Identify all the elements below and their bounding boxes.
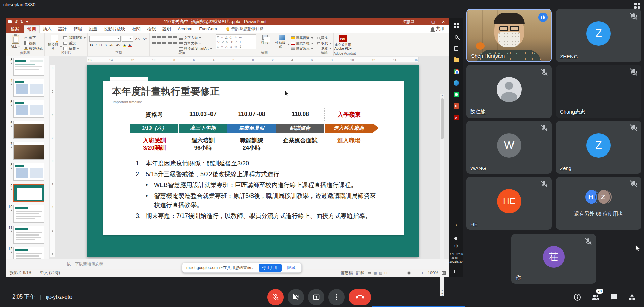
find-button[interactable]: 尋找 (317, 36, 331, 40)
acrobat-button[interactable]: A (449, 112, 463, 123)
grow-font-icon[interactable]: A˄ (134, 37, 140, 41)
font-color-button[interactable]: A (128, 43, 132, 47)
font-size-select[interactable] (122, 36, 133, 42)
paste-button[interactable]: 貼上 (7, 34, 23, 50)
action-center-button[interactable] (449, 269, 463, 275)
bold-button[interactable]: B (89, 43, 93, 47)
slide-thumbnail[interactable]: 10★ (8, 205, 49, 223)
zoom-out-icon[interactable]: − (391, 271, 393, 275)
slide-thumbnail[interactable]: 8★ (8, 163, 49, 181)
reading-view-icon[interactable]: ▤ (379, 271, 382, 275)
view-switcher[interactable]: ▭ ▦ ▤ ⊡ (368, 271, 387, 275)
comments-toggle[interactable]: 註解 (356, 270, 364, 276)
align-center-icon[interactable] (157, 40, 161, 44)
slide-canvas[interactable]: 本年度計畫執行重要修正 Important timeline 資格考110.03… (87, 65, 419, 257)
slide-thumbnail[interactable]: 5★ (8, 100, 49, 118)
align-text-button[interactable]: 對齊文字 (179, 41, 212, 45)
ribbon-tab[interactable]: 常用 (24, 25, 40, 33)
ppt-share-button[interactable]: 共用 (431, 25, 444, 33)
shrink-font-icon[interactable]: A˅ (142, 37, 148, 41)
ribbon-tab[interactable]: 投影片放映 (101, 25, 129, 33)
italic-button[interactable]: I (95, 43, 97, 47)
shape-fill-button[interactable]: 圖案填滿 (291, 36, 313, 40)
strikethrough-button[interactable]: S (104, 43, 107, 47)
columns-icon[interactable] (173, 40, 177, 44)
minimize-button[interactable]: — (418, 18, 428, 25)
zoom-slider[interactable] (397, 273, 417, 273)
layout-button[interactable]: 版面配置 (63, 36, 86, 40)
participant-tile-zeng[interactable]: Z Zeng (556, 121, 641, 174)
undo-icon[interactable]: ↺ (15, 20, 18, 24)
cut-button[interactable]: ✂剪下 (24, 36, 43, 40)
camera-button[interactable] (288, 289, 304, 305)
more-options-button[interactable] (328, 289, 345, 305)
ime-indicator[interactable]: 中 (449, 244, 463, 249)
fit-to-window-icon[interactable] (442, 271, 446, 275)
slide-thumbnail-panel[interactable]: 3★ 4★ 5★ 6★ 7★ 8★ (6, 56, 49, 269)
reset-button[interactable]: 重設 (63, 41, 86, 45)
close-button[interactable]: ✕ (438, 18, 448, 25)
chrome-button[interactable] (449, 66, 463, 77)
language-indicator[interactable]: 中文 (台灣) (40, 270, 60, 276)
activities-button[interactable] (628, 293, 637, 302)
decrease-indent-icon[interactable] (162, 36, 166, 39)
participant-tile-chang[interactable]: Chang志忠 (556, 65, 641, 118)
meeting-details-button[interactable] (573, 293, 582, 302)
ribbon-tab[interactable]: 校閱 (129, 25, 144, 33)
maximize-button[interactable]: ▢ (428, 18, 438, 25)
shape-outline-button[interactable]: 圖案外框 (291, 41, 313, 45)
underline-button[interactable]: U (99, 43, 103, 47)
ribbon-tab[interactable]: 設計 (55, 25, 70, 33)
participant-tile-shen[interactable]: Shen Huntsam (466, 9, 552, 62)
redo-icon[interactable]: ↻ (20, 20, 23, 24)
task-view-button[interactable] (449, 43, 463, 54)
ribbon-tab[interactable]: 說明 (159, 25, 175, 33)
ribbon-tab[interactable]: Acrobat (175, 25, 196, 33)
slide-thumbnail[interactable]: 3★ (8, 58, 49, 76)
bullets-icon[interactable] (152, 36, 156, 39)
slideshow-view-icon[interactable]: ⊡ (384, 271, 387, 275)
self-tile[interactable]: 茌 你 (511, 234, 596, 284)
mute-button[interactable] (267, 289, 284, 305)
normal-view-icon[interactable]: ▭ (368, 271, 371, 275)
align-left-icon[interactable] (152, 40, 156, 44)
participants-button[interactable]: 78 (591, 293, 600, 302)
ribbon-tab[interactable]: 檔案 (6, 25, 24, 33)
zoom-in-icon[interactable]: ＋ (420, 270, 424, 276)
taskbar-search[interactable] (449, 32, 463, 42)
save-icon[interactable] (8, 20, 12, 23)
quick-styles-button[interactable]: 快速樣式 (274, 34, 290, 50)
hidden-icons-chevron[interactable]: ‹ (449, 223, 463, 227)
participant-tile-more-users[interactable]: H Z 還有另外 69 位使用者 (556, 177, 641, 230)
edge-button[interactable] (449, 78, 463, 88)
slide-thumbnail[interactable]: 7★ (8, 142, 49, 160)
new-slide-button[interactable]: 新投影片 (46, 34, 62, 50)
slide-thumbnail[interactable]: 11★ (8, 226, 49, 244)
participant-tile-wang[interactable]: W WANG (466, 121, 552, 174)
participant-tile-zheng[interactable]: Z ZHENG (556, 9, 641, 62)
present-button[interactable] (308, 289, 324, 305)
tell-me-box[interactable]: 告訴我您想做什麼 (226, 25, 264, 33)
end-call-button[interactable] (349, 289, 371, 305)
participant-tile-chen[interactable]: 陳仁龍 (466, 65, 552, 118)
create-pdf-button[interactable]: PDF 建立並共用 Adobe PDF (335, 34, 351, 50)
grid-view-icon[interactable] (634, 3, 640, 9)
highlight-color-button[interactable]: A (123, 43, 126, 47)
copy-button[interactable]: 複製 (24, 41, 43, 45)
ribbon-tab[interactable]: 轉場 (70, 25, 85, 33)
volume-button[interactable] (449, 235, 463, 241)
ribbon-tab[interactable]: EverCam (196, 25, 220, 33)
font-name-select[interactable] (89, 36, 121, 42)
participant-tile-he[interactable]: HE HE (466, 177, 552, 230)
file-explorer-button[interactable] (449, 55, 463, 65)
line-spacing-icon[interactable] (173, 36, 177, 39)
align-right-icon[interactable] (162, 40, 166, 44)
scroll-up-icon[interactable]: ▲ (441, 94, 443, 96)
powerpoint-button[interactable]: P (449, 101, 463, 111)
sorter-view-icon[interactable]: ▦ (373, 271, 377, 275)
taskbar-clock[interactable]: 下午 02:06 星期一 2021/8/30 (449, 252, 463, 264)
justify-icon[interactable] (168, 40, 172, 44)
ribbon-tab[interactable]: 插入 (40, 25, 55, 33)
arrange-button[interactable]: 排列 (257, 34, 273, 50)
text-direction-button[interactable]: 文字方向 (179, 36, 212, 40)
